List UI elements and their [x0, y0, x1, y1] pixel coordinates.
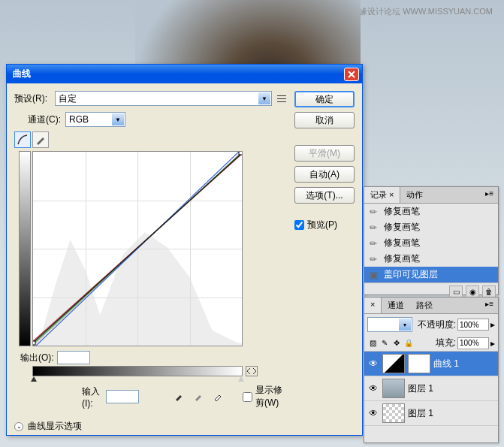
chevron-icon[interactable]: ▸ — [490, 319, 495, 330]
preset-menu-button[interactable] — [275, 92, 288, 105]
trash-icon[interactable]: 🗑 — [482, 285, 496, 297]
history-item-label: 修复画笔 — [384, 237, 420, 249]
curve-tool-pencil[interactable] — [32, 131, 49, 148]
output-input[interactable] — [57, 351, 90, 364]
history-item-label: 盖印可见图层 — [384, 268, 438, 281]
tab-history[interactable]: 记录 × — [364, 187, 400, 203]
input-label: 输入(I): — [82, 385, 103, 409]
layers-tabs: × 通道 路径 ▸≡ — [364, 297, 498, 314]
history-item-label: 修复画笔 — [384, 252, 420, 265]
history-item[interactable]: ✏修复画笔 — [364, 204, 498, 219]
history-item-label: 修复画笔 — [384, 221, 420, 234]
preset-row: 预设(R): 自定 ▼ — [14, 91, 288, 106]
adjustment-thumb[interactable] — [382, 354, 405, 373]
channel-combo[interactable]: RGB ▼ — [65, 112, 125, 127]
layer-thumb[interactable] — [382, 379, 405, 398]
input-input[interactable] — [106, 390, 139, 403]
curve-icon — [17, 134, 28, 145]
new-doc-icon[interactable]: ▭ — [449, 285, 463, 297]
blend-combo[interactable]: ▾ — [367, 317, 412, 332]
history-list: ✏修复画笔 ✏修复画笔 ✏修复画笔 ✏修复画笔 ▣盖印可见图层 — [364, 204, 498, 282]
dialog-title: 曲线 — [10, 68, 344, 80]
layer-thumb[interactable] — [382, 403, 405, 423]
eyedroppers — [172, 390, 225, 403]
history-item[interactable]: ✏修复画笔 — [364, 219, 498, 235]
ok-button[interactable]: 确定 — [294, 91, 355, 107]
white-eyedropper[interactable] — [211, 390, 225, 403]
panel-menu-icon[interactable]: ▸≡ — [481, 187, 498, 203]
svg-line-4 — [33, 153, 242, 343]
visibility-icon[interactable]: 👁 — [367, 383, 379, 394]
layer-name: 曲线 1 — [433, 358, 459, 370]
opacity-label: 不透明度: — [418, 319, 456, 331]
layer-item[interactable]: 👁 图层 1 — [364, 401, 498, 426]
preview-checkbox[interactable] — [294, 220, 304, 230]
history-item[interactable]: ✏修复画笔 — [364, 251, 498, 267]
options-button[interactable]: 选项(T)... — [294, 187, 355, 204]
show-clip-row: 显示修剪(W) — [243, 384, 288, 409]
preview-row: 预览(P) — [294, 219, 355, 231]
visibility-icon[interactable]: 👁 — [367, 408, 379, 418]
opacity-input[interactable]: 100% — [457, 319, 489, 331]
output-gradient — [19, 151, 31, 346]
panel-menu-icon[interactable]: ▸≡ — [481, 297, 498, 313]
preset-label: 预设(R): — [14, 92, 52, 105]
display-options-label: 曲线显示选项 — [28, 420, 82, 433]
close-button[interactable] — [344, 68, 359, 81]
channel-value: RGB — [69, 114, 89, 125]
preset-combo[interactable]: 自定 ▼ — [55, 91, 272, 106]
tab-actions[interactable]: 动作 — [400, 187, 429, 203]
tab-layers[interactable]: × — [364, 297, 382, 313]
svg-rect-5 — [33, 341, 35, 345]
layer-name: 图层 1 — [408, 407, 433, 420]
history-item[interactable]: ▣盖印可见图层 — [364, 267, 498, 282]
watermark-text: 思缘设计论坛 WWW.MISSYUAN.COM — [351, 6, 493, 17]
stamp-icon: ▣ — [367, 270, 379, 280]
brush-icon: ✏ — [367, 238, 379, 249]
curves-graph[interactable] — [32, 151, 243, 346]
input-gradient-row — [32, 366, 288, 376]
preset-value: 自定 — [59, 92, 77, 105]
snapshot-icon[interactable]: ◉ — [466, 285, 479, 297]
cancel-button[interactable]: 取消 — [294, 112, 355, 128]
lock-transparent-icon[interactable]: ▨ — [367, 338, 378, 349]
layers-list: 👁 曲线 1 👁 图层 1 👁 图层 1 — [364, 352, 498, 426]
layer-item[interactable]: 👁 图层 1 — [364, 376, 498, 401]
brush-icon: ✏ — [367, 222, 379, 233]
input-gradient[interactable] — [32, 366, 243, 376]
input-row: 输入(I): 显示修剪(W) — [82, 384, 288, 409]
svg-rect-6 — [239, 152, 242, 155]
tab-paths[interactable]: 路径 — [410, 297, 439, 313]
chevron-icon: ⌄ — [14, 422, 23, 431]
dialog-titlebar[interactable]: 曲线 — [7, 65, 362, 83]
layer-name: 图层 1 — [408, 382, 433, 395]
close-icon — [348, 71, 355, 78]
mask-thumb[interactable] — [408, 354, 430, 373]
black-eyedropper[interactable] — [172, 390, 186, 403]
black-slider[interactable] — [31, 376, 37, 382]
fill-label: 填充: — [436, 337, 456, 349]
visibility-icon[interactable]: 👁 — [367, 358, 379, 369]
dialog-right-column: 确定 取消 平滑(M) 自动(A) 选项(T)... 预览(P) — [294, 91, 355, 433]
show-clip-checkbox[interactable] — [243, 392, 252, 402]
opacity-box: 不透明度: 100% ▸ — [418, 319, 495, 331]
chevron-icon[interactable]: ▸ — [490, 338, 495, 349]
fill-input[interactable]: 100% — [457, 337, 489, 349]
tab-channels[interactable]: 通道 — [382, 297, 410, 313]
gray-eyedropper[interactable] — [192, 390, 205, 403]
layer-item[interactable]: 👁 曲线 1 — [364, 352, 498, 376]
history-item[interactable]: ✏修复画笔 — [364, 235, 498, 251]
auto-button[interactable]: 自动(A) — [294, 166, 355, 183]
curve-tool-icons — [14, 131, 288, 148]
display-options-row[interactable]: ⌄ 曲线显示选项 — [14, 420, 288, 433]
lock-paint-icon[interactable]: ✎ — [379, 338, 390, 349]
white-slider[interactable] — [238, 376, 244, 382]
lock-move-icon[interactable]: ✥ — [391, 338, 402, 349]
expand-toggle[interactable] — [246, 366, 258, 376]
curve-lines — [33, 152, 242, 346]
lock-all-icon[interactable]: 🔒 — [403, 338, 414, 349]
output-row: 输出(O): — [20, 351, 288, 364]
pencil-icon — [35, 134, 46, 145]
curve-tool-point[interactable] — [14, 131, 31, 148]
dialog-body: 预设(R): 自定 ▼ 通道(C): RGB ▼ — [7, 83, 362, 440]
